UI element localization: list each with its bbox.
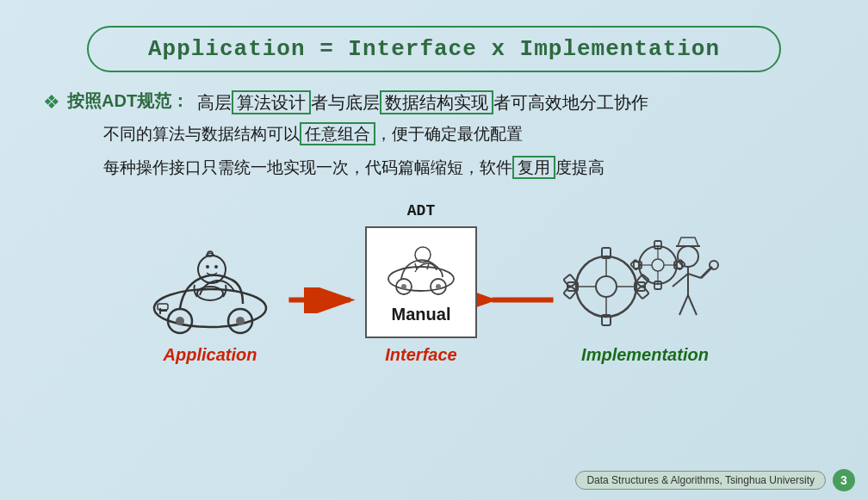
svg-point-40 bbox=[652, 259, 664, 271]
svg-point-17 bbox=[401, 284, 406, 289]
label-application: Application bbox=[164, 345, 257, 365]
svg-point-0 bbox=[154, 289, 266, 327]
svg-point-6 bbox=[206, 265, 209, 269]
svg-point-15 bbox=[388, 267, 454, 291]
gears-illustration bbox=[563, 235, 727, 338]
page-number: 3 bbox=[833, 469, 855, 491]
diagram-application: Application bbox=[141, 235, 279, 365]
svg-point-2 bbox=[176, 317, 184, 325]
label-implementation: Implementation bbox=[581, 345, 709, 365]
svg-line-21 bbox=[415, 263, 417, 269]
svg-line-53 bbox=[673, 274, 688, 287]
label-interface: Interface bbox=[385, 345, 456, 365]
diagram-interface: ADT Manual Interface bbox=[365, 226, 477, 365]
highlight-reuse: 复用 bbox=[512, 156, 555, 179]
diagram: Application ADT bbox=[26, 193, 842, 365]
svg-line-54 bbox=[688, 274, 701, 278]
footer-course: Data Structures & Algorithms, Tsinghua U… bbox=[575, 471, 826, 490]
slide: Application = Interface x Implementation… bbox=[0, 0, 868, 500]
svg-line-58 bbox=[688, 295, 697, 315]
manual-label: Manual bbox=[392, 305, 451, 324]
highlight-combine: 任意组合 bbox=[300, 122, 375, 145]
footer: Data Structures & Algorithms, Tsinghua U… bbox=[575, 469, 855, 491]
manual-car-icon bbox=[382, 240, 460, 296]
bullet-symbol: ❖ bbox=[43, 91, 60, 114]
title-text: Application = Interface x Implementation bbox=[148, 36, 720, 62]
svg-point-51 bbox=[678, 246, 698, 267]
svg-line-22 bbox=[427, 263, 429, 269]
arrow-right bbox=[279, 287, 365, 313]
highlight-algorithm: 算法设计 bbox=[232, 90, 311, 114]
svg-point-56 bbox=[710, 261, 718, 269]
svg-point-4 bbox=[236, 317, 245, 325]
car-illustration bbox=[141, 235, 279, 338]
diagram-implementation: Implementation bbox=[563, 235, 727, 365]
manual-box: ADT Manual bbox=[365, 226, 477, 338]
sub-bullets: 不同的算法与数据结构可以任意组合，便于确定最优配置 每种操作接口只需统一地实现一… bbox=[103, 122, 842, 180]
arrow-left bbox=[477, 287, 563, 313]
highlight-datastructure: 数据结构实现 bbox=[380, 90, 493, 114]
title-box: Application = Interface x Implementation bbox=[87, 26, 781, 72]
svg-point-7 bbox=[214, 265, 218, 269]
sub-bullet-3: 每种操作接口只需统一地实现一次，代码篇幅缩短，软件复用度提高 bbox=[103, 156, 842, 181]
bullet-content-1: 高层算法设计者与底层数据结构实现者可高效地分工协作 bbox=[197, 90, 648, 115]
svg-line-57 bbox=[679, 295, 688, 315]
svg-point-5 bbox=[198, 256, 226, 283]
bullet-label: 按照ADT规范： bbox=[67, 90, 189, 113]
svg-rect-12 bbox=[158, 304, 168, 310]
sub-bullet-2: 不同的算法与数据结构可以任意组合，便于确定最优配置 bbox=[103, 122, 842, 147]
adt-label: ADT bbox=[407, 202, 435, 219]
svg-point-26 bbox=[596, 276, 617, 297]
content-area: ❖ 按照ADT规范： 高层算法设计者与底层数据结构实现者可高效地分工协作 不同的… bbox=[43, 90, 842, 180]
bullet-row-main: ❖ 按照ADT规范： 高层算法设计者与底层数据结构实现者可高效地分工协作 bbox=[43, 90, 842, 115]
svg-point-19 bbox=[436, 284, 441, 289]
